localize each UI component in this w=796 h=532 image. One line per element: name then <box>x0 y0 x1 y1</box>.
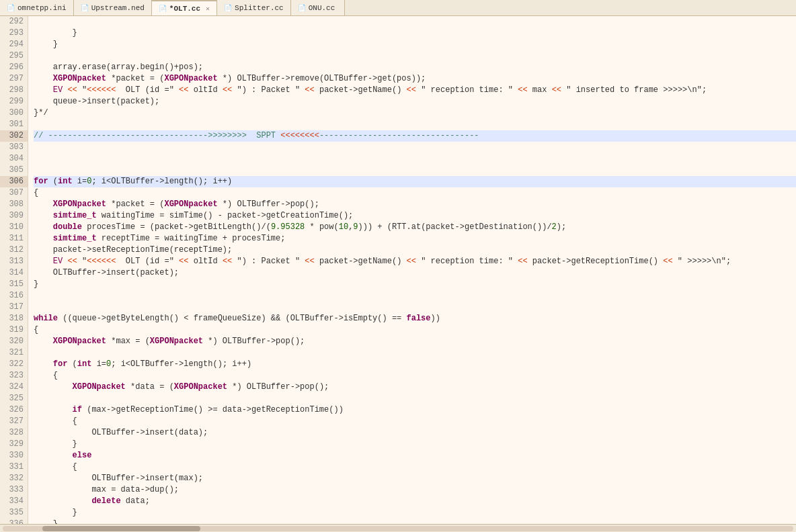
line-num-326: 326 <box>0 404 28 416</box>
line-num-328: 328 <box>0 427 28 439</box>
file-icon-oltcc: 📄 <box>159 5 167 13</box>
line-num-303: 303 <box>0 142 28 153</box>
line-num-327: 327 <box>0 416 28 427</box>
line-num-323: 323 <box>0 370 28 382</box>
code-line-325 <box>34 393 796 404</box>
line-num-319: 319 <box>0 324 28 336</box>
line-num-298: 298 <box>0 85 28 96</box>
code-line-317 <box>34 302 796 313</box>
horizontal-scrollbar[interactable] <box>3 526 793 531</box>
line-num-320: 320 <box>0 336 28 347</box>
code-line-324: XGPONpacket *data = (XGPONpacket *) OLTB… <box>34 382 796 393</box>
code-line-295 <box>34 50 796 62</box>
code-line-310: double procesTime = (packet->getBitLengt… <box>34 222 796 233</box>
line-num-295: 295 <box>0 50 28 62</box>
tab-label-oltcc: *OLT.cc <box>169 5 200 13</box>
line-num-302: 302 <box>0 130 28 142</box>
code-line-328: OLTBuffer->insert(data); <box>34 427 796 439</box>
line-num-304: 304 <box>0 153 28 165</box>
code-line-307: { <box>34 187 796 199</box>
line-num-334: 334 <box>0 496 28 507</box>
line-num-300: 300 <box>0 107 28 119</box>
code-line-303 <box>34 142 796 153</box>
line-num-306: 306 <box>0 176 28 187</box>
code-line-323: { <box>34 370 796 382</box>
code-line-313: EV << "<<<<<< OLT (id =" << oltId << ") … <box>34 256 796 267</box>
code-line-330: else <box>34 450 796 461</box>
tab-bar: 📄 omnetpp.ini 📄 Upstream.ned 📄 *OLT.cc ✕… <box>0 0 796 16</box>
code-line-294: } <box>34 39 796 50</box>
code-line-316 <box>34 290 796 302</box>
line-num-292: 292 <box>0 16 28 28</box>
code-line-298: EV << "<<<<<< OLT (id =" << oltId << ") … <box>34 85 796 96</box>
file-icon-splitter: 📄 <box>224 4 232 12</box>
code-line-311: simtime_t receptTime = waitingTime + pro… <box>34 233 796 245</box>
line-num-313: 313 <box>0 256 28 267</box>
code-line-301 <box>34 119 796 130</box>
line-num-322: 322 <box>0 359 28 370</box>
line-num-309: 309 <box>0 210 28 222</box>
code-line-300: }*/ <box>34 107 796 119</box>
line-num-330: 330 <box>0 450 28 461</box>
line-num-311: 311 <box>0 233 28 245</box>
editor: 2922932942952962972982993003013023033043… <box>0 16 796 524</box>
code-line-326: if (max->getReceptionTime() >= data->get… <box>34 404 796 416</box>
code-line-322: for (int i=0; i<OLTBuffer->length(); i++… <box>34 359 796 370</box>
line-num-297: 297 <box>0 73 28 85</box>
file-icon-onucc: 📄 <box>298 4 306 12</box>
tab-label-splitter: Splitter.cc <box>235 4 284 12</box>
code-line-336: } <box>34 519 796 524</box>
code-content[interactable]: } } array.erase(array.begin()+pos); XGPO… <box>28 16 796 524</box>
line-num-329: 329 <box>0 439 28 450</box>
line-num-335: 335 <box>0 507 28 519</box>
line-num-332: 332 <box>0 473 28 484</box>
scrollbar-thumb <box>42 526 200 531</box>
file-icon-omnetpp: 📄 <box>7 4 15 12</box>
line-num-301: 301 <box>0 119 28 130</box>
code-line-293: } <box>34 28 796 39</box>
code-line-331: { <box>34 461 796 473</box>
line-num-307: 307 <box>0 187 28 199</box>
tab-close-oltcc[interactable]: ✕ <box>206 5 210 13</box>
line-num-317: 317 <box>0 302 28 313</box>
code-line-333: max = data->dup(); <box>34 484 796 496</box>
tab-label-upstream: Upstream.ned <box>91 4 145 12</box>
line-num-331: 331 <box>0 461 28 473</box>
code-line-306: for (int i=0; i<OLTBuffer->length(); i++… <box>34 176 796 187</box>
line-num-296: 296 <box>0 62 28 73</box>
line-num-321: 321 <box>0 347 28 359</box>
file-icon-upstream: 📄 <box>81 4 89 12</box>
code-line-332: OLTBuffer->insert(max); <box>34 473 796 484</box>
code-line-321 <box>34 347 796 359</box>
code-line-327: { <box>34 416 796 427</box>
tab-omnetpp[interactable]: 📄 omnetpp.ini <box>0 0 74 15</box>
tab-splitter[interactable]: 📄 Splitter.cc <box>217 0 291 15</box>
code-line-314: OLTBuffer->insert(packet); <box>34 267 796 279</box>
code-line-292 <box>34 16 796 28</box>
code-line-335: } <box>34 507 796 519</box>
line-num-314: 314 <box>0 267 28 279</box>
tab-label-omnetpp: omnetpp.ini <box>17 4 67 12</box>
line-num-336: 336 <box>0 519 28 524</box>
code-line-315: } <box>34 279 796 290</box>
line-num-324: 324 <box>0 382 28 393</box>
code-line-308: XGPONpacket *packet = (XGPONpacket *) OL… <box>34 199 796 210</box>
line-num-308: 308 <box>0 199 28 210</box>
line-num-310: 310 <box>0 222 28 233</box>
bottom-bar <box>0 524 796 532</box>
line-num-299: 299 <box>0 96 28 107</box>
code-line-299: queue->insert(packet); <box>34 96 796 107</box>
code-line-297: XGPONpacket *packet = (XGPONpacket *) OL… <box>34 73 796 85</box>
line-num-318: 318 <box>0 313 28 324</box>
code-line-296: array.erase(array.begin()+pos); <box>34 62 796 73</box>
line-numbers: 2922932942952962972982993003013023033043… <box>0 16 28 524</box>
code-line-312: packet->setReceptionTime(receptTime); <box>34 245 796 256</box>
code-line-320: XGPONpacket *max = (XGPONpacket *) OLTBu… <box>34 336 796 347</box>
code-line-318: while ((queue->getByteLength() < frameQu… <box>34 313 796 324</box>
line-num-293: 293 <box>0 28 28 39</box>
line-num-315: 315 <box>0 279 28 290</box>
tab-onucc[interactable]: 📄 ONU.cc <box>291 0 345 15</box>
tab-oltcc[interactable]: 📄 *OLT.cc ✕ <box>152 0 217 15</box>
tab-upstream[interactable]: 📄 Upstream.ned <box>74 0 152 15</box>
code-line-329: } <box>34 439 796 450</box>
